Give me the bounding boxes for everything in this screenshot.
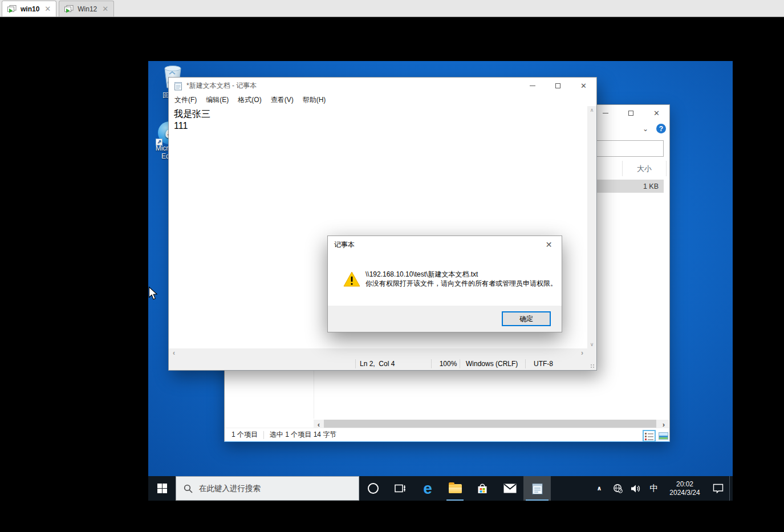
status-zoom-level: 100% xyxy=(437,360,460,368)
close-icon: ✕ xyxy=(653,109,660,117)
scroll-down-icon[interactable]: ∨ xyxy=(590,340,594,348)
shortcut-arrow-icon: ↗ xyxy=(156,139,163,145)
start-button[interactable] xyxy=(148,476,176,501)
close-icon: ✕ xyxy=(546,240,553,249)
maximize-icon xyxy=(555,83,560,88)
details-view-button[interactable] xyxy=(643,430,656,442)
search-placeholder: 在此键入进行搜索 xyxy=(199,484,261,494)
action-center-icon xyxy=(713,484,724,493)
resize-grip[interactable] xyxy=(591,364,595,369)
notepad-horizontal-scrollbar[interactable]: ‹ › xyxy=(169,348,587,358)
edge-taskbar-button[interactable]: e xyxy=(414,476,441,501)
close-icon: ✕ xyxy=(580,82,587,90)
notepad-app-icon xyxy=(174,81,182,91)
task-view-button[interactable] xyxy=(387,476,414,501)
mail-taskbar-button[interactable] xyxy=(496,476,523,501)
tab-win12[interactable]: Win12 ✕ xyxy=(59,1,114,17)
menu-view[interactable]: 查看(V) xyxy=(266,95,298,105)
tab-label: win10 xyxy=(21,5,39,13)
column-header-size[interactable]: 大小 xyxy=(622,161,667,176)
notepad-title-bar[interactable]: *新建文本文档 - 记事本 ✕ xyxy=(169,78,596,94)
system-tray: ∧ 中 20:02 2024/3/24 xyxy=(590,476,733,501)
status-divider xyxy=(525,359,526,368)
file-explorer-taskbar-button[interactable] xyxy=(441,476,469,501)
menu-help[interactable]: 帮助(H) xyxy=(298,95,331,105)
dialog-message: 你没有权限打开该文件，请向文件的所有者或管理员申请权限。 xyxy=(365,279,557,289)
ok-button[interactable]: 确定 xyxy=(502,311,551,326)
tab-label: Win12 xyxy=(78,5,97,13)
details-view-icon xyxy=(645,432,654,440)
menu-edit[interactable]: 编辑(E) xyxy=(201,95,233,105)
scroll-right-icon[interactable]: › xyxy=(577,348,587,358)
notepad-taskbar-button[interactable] xyxy=(523,476,551,501)
volume-button[interactable] xyxy=(627,476,645,501)
file-size-value: 1 KB xyxy=(643,182,659,190)
dialog-file-path: \\192.168.10.10\test\新建文本文档.txt xyxy=(365,270,478,279)
volume-icon xyxy=(631,484,641,493)
scroll-up-icon[interactable]: ∧ xyxy=(590,106,594,114)
mail-icon xyxy=(503,484,517,493)
status-cursor-position: Ln 2, Col 4 xyxy=(360,360,395,368)
menu-file[interactable]: 文件(F) xyxy=(170,95,201,105)
network-globe-icon xyxy=(613,484,623,493)
status-encoding: UTF-8 xyxy=(534,360,553,368)
status-divider xyxy=(263,431,264,439)
maximize-button[interactable] xyxy=(618,105,644,121)
search-icon xyxy=(184,484,193,493)
tab-win10[interactable]: win10 ✕ xyxy=(2,1,56,17)
vm-console-icon xyxy=(7,5,17,13)
dialog-title-bar[interactable]: 记事本 ✕ xyxy=(328,236,562,253)
scrollbar-corner xyxy=(587,348,596,358)
help-icon[interactable]: ? xyxy=(656,124,666,133)
close-button[interactable]: ✕ xyxy=(571,78,596,94)
cortana-icon xyxy=(368,483,379,494)
dialog-title: 记事本 xyxy=(334,240,355,250)
ime-indicator[interactable]: 中 xyxy=(645,476,663,501)
minimize-icon xyxy=(530,86,535,86)
maximize-button[interactable] xyxy=(545,78,571,94)
warning-icon xyxy=(343,271,360,287)
menu-format[interactable]: 格式(O) xyxy=(233,95,266,105)
dialog-footer: 确定 xyxy=(328,306,562,332)
action-center-button[interactable] xyxy=(706,476,729,501)
notepad-vertical-scrollbar[interactable]: ∧ ∨ xyxy=(587,106,596,348)
tray-date: 2024/3/24 xyxy=(663,489,706,497)
close-button[interactable]: ✕ xyxy=(644,105,669,121)
tray-time: 20:02 xyxy=(663,480,706,489)
task-view-icon xyxy=(395,484,406,493)
minimize-icon xyxy=(603,113,608,113)
maximize-icon xyxy=(628,111,633,116)
thumbnail-view-icon xyxy=(659,432,668,440)
notepad-permission-dialog: 记事本 ✕ \\192.168.10.10\test\新建文本文档.txt 你没… xyxy=(327,235,562,332)
store-icon xyxy=(477,483,488,494)
store-taskbar-button[interactable] xyxy=(469,476,496,501)
text-line-1: 我是张三 xyxy=(174,109,210,119)
cortana-button[interactable] xyxy=(359,476,387,501)
windows-desktop[interactable]: 回收站 e ↗ Microsoft Edge ✕ ⌄ ? 大小 xyxy=(148,61,733,476)
ribbon-collapse-icon[interactable]: ⌄ xyxy=(643,125,648,133)
scroll-left-icon[interactable]: ‹ xyxy=(169,348,179,358)
notepad-taskbar-icon xyxy=(530,482,544,496)
minimize-button[interactable] xyxy=(519,78,545,94)
tab-close-icon[interactable]: ✕ xyxy=(44,5,51,13)
network-status-button[interactable] xyxy=(608,476,627,501)
taskbar-search-input[interactable]: 在此键入进行搜索 xyxy=(176,476,359,501)
status-selection: 选中 1 个项目 14 字节 xyxy=(270,430,336,440)
status-divider xyxy=(431,359,432,368)
notepad-menu-bar: 文件(F) 编辑(E) 格式(O) 查看(V) 帮助(H) xyxy=(169,94,596,106)
edge-icon: e xyxy=(423,481,432,497)
windows-logo-icon xyxy=(157,484,167,493)
console-tab-bar: win10 ✕ Win12 ✕ xyxy=(0,0,784,17)
taskbar-clock[interactable]: 20:02 2024/3/24 xyxy=(663,480,706,497)
notepad-status-bar: Ln 2, Col 4 100% Windows (CRLF) UTF-8 xyxy=(169,358,596,370)
window-title: *新建文本文档 - 记事本 xyxy=(186,81,257,91)
status-divider xyxy=(460,359,460,368)
status-item-count: 1 个项目 xyxy=(231,430,258,440)
explorer-status-bar: 1 个项目 选中 1 个项目 14 字节 xyxy=(225,428,669,441)
tab-close-icon[interactable]: ✕ xyxy=(102,5,108,13)
tray-expand-button[interactable]: ∧ xyxy=(590,476,608,501)
status-divider xyxy=(355,359,356,368)
vm-screen: 回收站 e ↗ Microsoft Edge ✕ ⌄ ? 大小 xyxy=(148,61,733,501)
thumbnail-view-button[interactable] xyxy=(657,430,670,442)
close-button[interactable]: ✕ xyxy=(536,236,562,253)
